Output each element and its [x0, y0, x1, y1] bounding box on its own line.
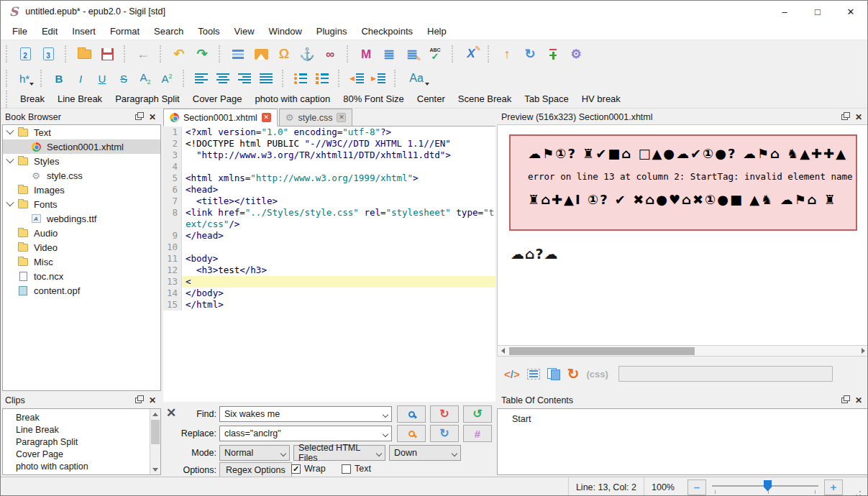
- checkpoint-button[interactable]: [542, 43, 565, 65]
- select-all-button[interactable]: [527, 369, 540, 380]
- replace-find-button[interactable]: [397, 425, 426, 442]
- code-line-7[interactable]: 7 <title></title>: [163, 196, 495, 207]
- tree-item-images[interactable]: Images: [3, 183, 160, 197]
- menu-format[interactable]: Format: [103, 24, 147, 39]
- undo-button[interactable]: ↶: [168, 43, 191, 65]
- code-line-10[interactable]: 10: [163, 242, 495, 253]
- insert-anchor-button[interactable]: ⚓: [296, 43, 319, 65]
- close-panel-icon[interactable]: ✕: [149, 113, 156, 121]
- tab-close-icon[interactable]: ✕: [262, 113, 271, 122]
- expand-chevron-icon[interactable]: [6, 198, 14, 206]
- float-panel-icon[interactable]: [135, 398, 142, 403]
- code-line-9[interactable]: 9</head>: [163, 230, 495, 242]
- find-close-icon[interactable]: ✕: [166, 407, 176, 419]
- zoom-out-button[interactable]: –: [687, 479, 706, 495]
- underline-button[interactable]: U: [91, 69, 113, 88]
- spellcheck-button[interactable]: ABC✓: [424, 43, 447, 65]
- reload-preview-button[interactable]: ↻: [567, 367, 580, 381]
- align-center-button[interactable]: [212, 69, 234, 88]
- new-epub3-button[interactable]: 3: [37, 43, 60, 65]
- clip-button-cover-page[interactable]: Cover Page: [186, 91, 249, 106]
- clip-button-tab-space[interactable]: Tab Space: [518, 91, 575, 106]
- menu-file[interactable]: File: [5, 24, 35, 39]
- slider-handle[interactable]: [764, 480, 772, 492]
- menu-edit[interactable]: Edit: [35, 24, 65, 39]
- mode-dropdown[interactable]: Normal: [219, 445, 290, 461]
- clip-button-80-font-size[interactable]: 80% Font Size: [337, 91, 411, 106]
- minimize-button[interactable]: –: [768, 1, 801, 22]
- float-panel-icon[interactable]: [841, 398, 848, 403]
- numbered-list-button[interactable]: [311, 69, 333, 88]
- menu-help[interactable]: Help: [420, 24, 454, 39]
- tree-item-content-opf[interactable]: content.opf: [3, 283, 160, 298]
- code-line-6[interactable]: 6<head>: [163, 184, 495, 196]
- code-line-14[interactable]: 14</body>: [163, 288, 495, 299]
- clip-button-center[interactable]: Center: [411, 91, 452, 106]
- preferences-button[interactable]: ⚙: [565, 43, 588, 65]
- subscript-button[interactable]: A2: [134, 69, 156, 88]
- css-selector-icon[interactable]: (css): [586, 369, 608, 380]
- back-button[interactable]: ←: [132, 43, 155, 65]
- justify-button[interactable]: [255, 69, 277, 88]
- align-right-button[interactable]: [234, 69, 255, 88]
- sync-button[interactable]: ↻: [518, 43, 542, 65]
- tree-item-webdings-ttf[interactable]: Awebdings.ttf: [3, 211, 160, 226]
- code-line-15[interactable]: 15</html>: [163, 299, 495, 311]
- clip-button-line-break[interactable]: Line Break: [51, 91, 109, 106]
- css-selector-input[interactable]: [618, 366, 833, 382]
- expand-chevron-icon[interactable]: [6, 127, 14, 134]
- float-panel-icon[interactable]: [135, 114, 142, 120]
- code-line-11[interactable]: 11<body>: [163, 253, 495, 265]
- close-panel-icon[interactable]: ✕: [149, 396, 156, 405]
- zoom-in-button[interactable]: +: [824, 479, 843, 495]
- checkbox-unchecked-icon[interactable]: [342, 464, 351, 474]
- code-line-4[interactable]: 4: [163, 161, 495, 173]
- tab-close-icon[interactable]: ✕: [337, 113, 346, 122]
- heading-style-button[interactable]: h*: [14, 69, 35, 88]
- inspect-code-button[interactable]: </>: [504, 368, 520, 380]
- change-case-button[interactable]: Aa: [402, 69, 431, 88]
- menu-search[interactable]: Search: [147, 24, 191, 39]
- tree-item-toc-ncx[interactable]: toc.ncx: [3, 269, 160, 283]
- code-line-8[interactable]: 8<link href="../Styles/style.css" rel="s…: [163, 207, 495, 230]
- insert-link-button[interactable]: ∞: [319, 43, 342, 65]
- metadata-editor-button[interactable]: M: [355, 43, 378, 65]
- regex-options-button[interactable]: Regex Options: [219, 462, 292, 477]
- clip-button-scene-break[interactable]: Scene Break: [452, 91, 518, 106]
- replace-current-button[interactable]: ↻: [430, 425, 459, 442]
- preview-viewport[interactable]: ☁⚑①? ♜✔■⌂ □▲●☁✔①●? ☁⚑⌂ ♞▲✚✚▲ error on li…: [497, 124, 868, 345]
- special-character-button[interactable]: Ω: [273, 43, 296, 65]
- text-checkbox[interactable]: Text: [342, 464, 371, 474]
- split-at-cursor-button[interactable]: [227, 43, 250, 65]
- clip-button-hv-break[interactable]: HV break: [575, 91, 627, 106]
- bold-button[interactable]: B: [48, 69, 70, 88]
- code-line-5[interactable]: 5<html xmlns="http://www.w3.org/1999/xht…: [163, 173, 495, 184]
- count-all-button[interactable]: ↺: [463, 405, 492, 423]
- menu-view[interactable]: View: [227, 24, 262, 39]
- scrollbar-thumb[interactable]: [509, 347, 695, 355]
- chevron-down-icon[interactable]: [383, 431, 388, 437]
- find-input[interactable]: Six wakes me: [219, 406, 392, 422]
- open-button[interactable]: [73, 43, 96, 65]
- preview-hscrollbar[interactable]: [497, 345, 868, 357]
- clip-button-paragraph-split[interactable]: Paragraph Split: [109, 91, 186, 106]
- tree-item-text[interactable]: Text: [3, 125, 160, 139]
- checkbox-checked-icon[interactable]: ✓: [291, 464, 301, 474]
- edit-toc-button[interactable]: ≣✎: [401, 43, 424, 65]
- menu-plugins[interactable]: Plugins: [309, 24, 355, 39]
- code-line-1[interactable]: 1<?xml version="1.0" encoding="utf-8"?>: [163, 127, 495, 138]
- clip-button-photo-with-caption[interactable]: photo with caption: [248, 91, 337, 106]
- close-panel-icon[interactable]: ✕: [855, 396, 862, 405]
- clip-item-photo-with-caption[interactable]: photo with caption: [3, 460, 160, 472]
- align-left-button[interactable]: [191, 69, 212, 88]
- scroll-right-icon[interactable]: [858, 348, 868, 354]
- code-line-3[interactable]: 3 "http://www.w3.org/TR/xhtml11/DTD/xhtm…: [163, 150, 495, 161]
- commit-button[interactable]: ↑: [495, 43, 518, 65]
- tree-item-section0001-xhtml[interactable]: Section0001.xhtml: [3, 139, 160, 154]
- replace-all-button[interactable]: ↻: [430, 405, 459, 423]
- index-editor-button[interactable]: ≣: [378, 43, 401, 65]
- copy-button[interactable]: [547, 368, 560, 380]
- tree-item-video[interactable]: Video: [3, 240, 160, 254]
- find-next-button[interactable]: [397, 405, 426, 423]
- menu-window[interactable]: Window: [262, 24, 309, 39]
